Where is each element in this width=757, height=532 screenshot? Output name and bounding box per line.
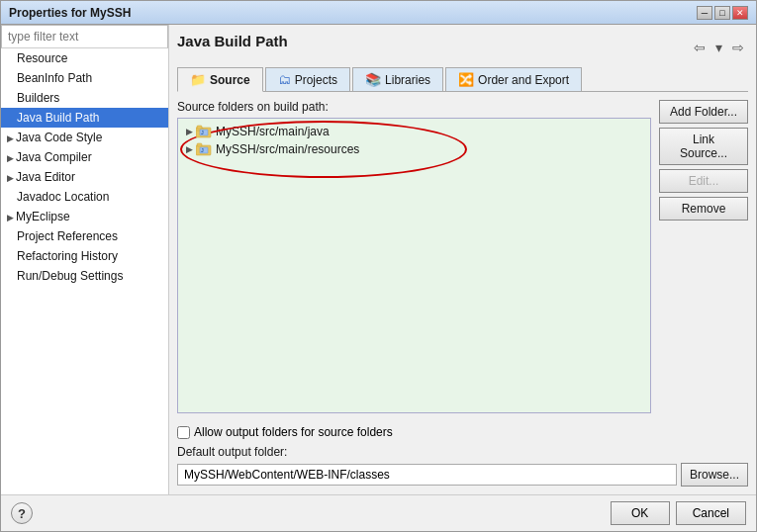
link-source-button[interactable]: Link Source...: [659, 128, 748, 165]
sidebar-item-java-editor[interactable]: ▶Java Editor: [1, 167, 168, 187]
cancel-button[interactable]: Cancel: [676, 501, 746, 525]
folder-icon-java: J: [196, 125, 212, 138]
footer-buttons: OK Cancel: [611, 501, 746, 525]
source-panel-label: Source folders on build path:: [177, 100, 651, 114]
expand-arrow-resources: ▶: [186, 144, 193, 154]
bottom-section: Allow output folders for source folders …: [177, 421, 748, 487]
sidebar-item-myeclipse[interactable]: ▶MyEclipse: [1, 207, 168, 226]
svg-text:J: J: [201, 147, 204, 153]
dialog-window: Properties for MySSH ─ □ ✕ Resource Bean…: [0, 0, 757, 532]
tab-content: Source folders on build path: ▶: [177, 100, 748, 413]
sidebar-item-java-compiler[interactable]: ▶Java Compiler: [1, 147, 168, 167]
tabs-bar: 📁 Source 🗂 Projects 📚 Libraries 🔀 Order …: [177, 67, 748, 92]
libraries-tab-icon: 📚: [365, 72, 381, 87]
title-bar-text: Properties for MySSH: [9, 6, 131, 20]
sidebar: Resource BeanInfo Path Builders Java Bui…: [1, 25, 169, 494]
source-list: ▶ J MySSH/src/main/java: [177, 118, 651, 413]
source-panel: Source folders on build path: ▶: [177, 100, 651, 413]
buttons-panel: Add Folder... Link Source... Edit... Rem…: [659, 100, 748, 413]
source-item-java-path: MySSH/src/main/java: [216, 125, 330, 138]
back-nav-button[interactable]: ⇦: [690, 38, 710, 57]
title-bar: Properties for MySSH ─ □ ✕: [1, 1, 756, 25]
sidebar-item-beaninfo[interactable]: BeanInfo Path: [1, 68, 168, 88]
panel-title: Java Build Path: [177, 33, 288, 53]
dropdown-nav-button[interactable]: ▾: [711, 38, 726, 57]
close-button[interactable]: ✕: [732, 6, 748, 20]
sidebar-item-java-code-style[interactable]: ▶Java Code Style: [1, 128, 168, 147]
edit-button[interactable]: Edit...: [659, 169, 748, 193]
title-bar-controls: ─ □ ✕: [697, 6, 748, 20]
projects-tab-icon: 🗂: [278, 72, 291, 87]
sidebar-item-refactoring[interactable]: Refactoring History: [1, 246, 168, 266]
tab-order-export[interactable]: 🔀 Order and Export: [445, 67, 582, 91]
allow-output-folders-checkbox[interactable]: [177, 426, 190, 439]
tab-projects[interactable]: 🗂 Projects: [265, 67, 350, 91]
minimize-button[interactable]: ─: [697, 6, 712, 20]
source-item-java[interactable]: ▶ J MySSH/src/main/java: [182, 123, 646, 140]
svg-rect-6: [197, 143, 202, 146]
svg-text:J: J: [201, 130, 204, 135]
right-panel: Java Build Path ⇦ ▾ ⇨ 📁 Source 🗂 Project…: [169, 25, 756, 494]
main-content: Resource BeanInfo Path Builders Java Bui…: [1, 25, 756, 494]
sidebar-item-project-references[interactable]: Project References: [1, 226, 168, 246]
forward-nav-button[interactable]: ⇨: [728, 38, 748, 57]
tab-source[interactable]: 📁 Source: [177, 67, 263, 92]
expand-arrow-java: ▶: [186, 127, 193, 136]
ok-button[interactable]: OK: [611, 501, 670, 525]
remove-button[interactable]: Remove: [659, 197, 748, 221]
maximize-button[interactable]: □: [714, 6, 730, 20]
source-item-resources-path: MySSH/src/main/resources: [216, 142, 359, 156]
output-folder-input[interactable]: [177, 464, 677, 486]
checkbox-label: Allow output folders for source folders: [194, 425, 393, 439]
sidebar-item-builders[interactable]: Builders: [1, 88, 168, 108]
add-folder-button[interactable]: Add Folder...: [659, 100, 748, 124]
panel-header: Java Build Path ⇦ ▾ ⇨: [177, 33, 748, 61]
output-folder-row: Browse...: [177, 463, 748, 487]
sidebar-item-javadoc[interactable]: Javadoc Location: [1, 187, 168, 207]
nav-icons: ⇦ ▾ ⇨: [690, 38, 748, 57]
output-folder-label: Default output folder:: [177, 445, 748, 459]
svg-rect-2: [197, 126, 202, 129]
sidebar-item-java-build-path[interactable]: Java Build Path: [1, 108, 168, 128]
filter-input[interactable]: [1, 25, 168, 48]
sidebar-item-run-debug[interactable]: Run/Debug Settings: [1, 266, 168, 286]
sidebar-item-resource[interactable]: Resource: [1, 48, 168, 68]
help-button[interactable]: ?: [11, 502, 33, 524]
dialog-footer: ? OK Cancel: [1, 494, 756, 531]
source-tab-icon: 📁: [190, 72, 206, 87]
folder-icon-resources: J: [196, 142, 212, 156]
order-tab-icon: 🔀: [458, 72, 474, 87]
tab-libraries[interactable]: 📚 Libraries: [352, 67, 443, 91]
checkbox-row: Allow output folders for source folders: [177, 425, 748, 439]
browse-button[interactable]: Browse...: [681, 463, 748, 487]
source-item-resources[interactable]: ▶ J MySSH/src/main/resources: [182, 140, 646, 158]
